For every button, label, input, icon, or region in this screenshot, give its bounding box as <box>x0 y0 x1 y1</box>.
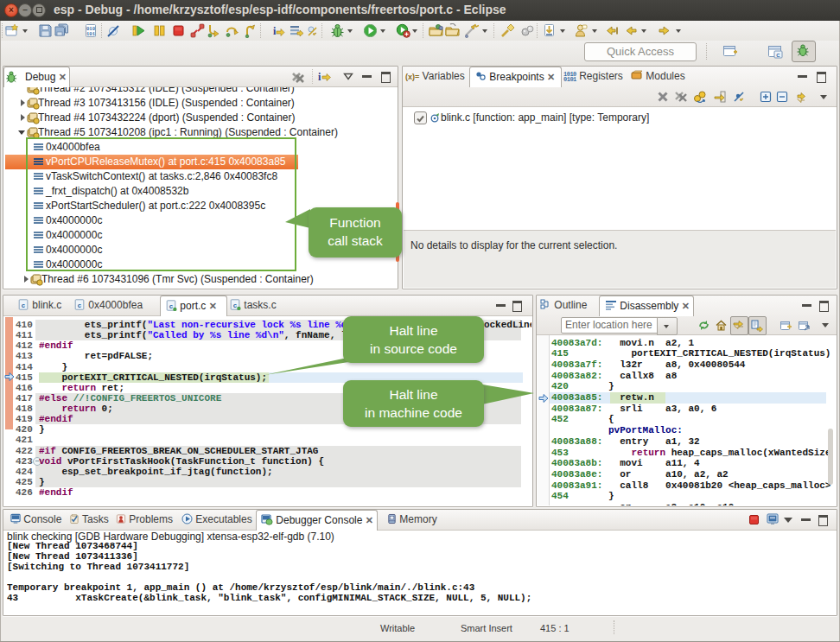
svg-text:C: C <box>776 53 780 58</box>
svg-text:i: i <box>273 25 277 37</box>
svg-text:i: i <box>318 71 321 83</box>
svg-text:101: 101 <box>86 31 96 37</box>
